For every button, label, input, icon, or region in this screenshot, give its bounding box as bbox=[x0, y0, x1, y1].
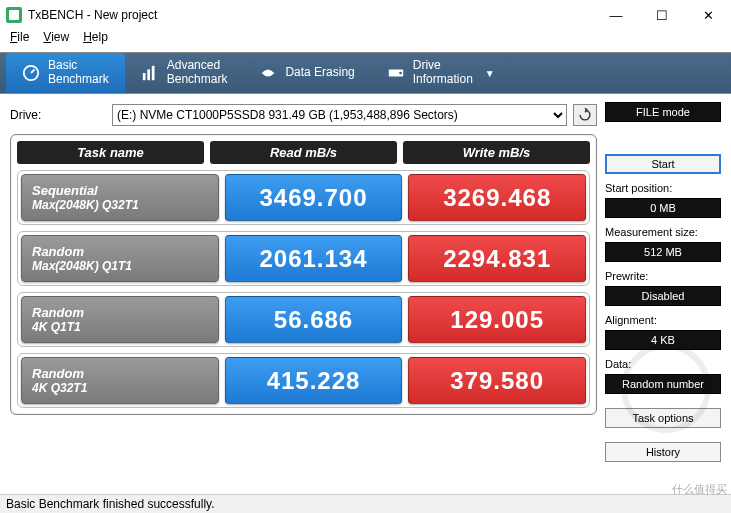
status-bar: Basic Benchmark finished successfully. bbox=[0, 494, 731, 513]
write-value: 2294.831 bbox=[408, 235, 586, 282]
bench-row: RandomMax(2048K) Q1T1 2061.134 2294.831 bbox=[17, 231, 590, 286]
svg-point-8 bbox=[399, 72, 402, 75]
tab-label: BasicBenchmark bbox=[48, 59, 109, 87]
prewrite-label: Prewrite: bbox=[605, 270, 721, 282]
chevron-down-icon: ▼ bbox=[485, 68, 495, 79]
drive-icon bbox=[387, 64, 405, 82]
svg-rect-4 bbox=[143, 73, 146, 80]
read-value: 2061.134 bbox=[225, 235, 403, 282]
header-write: Write mB/s bbox=[403, 141, 590, 164]
write-value: 129.005 bbox=[408, 296, 586, 343]
data-label: Data: bbox=[605, 358, 721, 370]
header-read: Read mB/s bbox=[210, 141, 397, 164]
menu-view[interactable]: View bbox=[43, 30, 69, 50]
minimize-button[interactable]: — bbox=[593, 0, 639, 30]
file-mode-button[interactable]: FILE mode bbox=[605, 102, 721, 122]
svg-rect-5 bbox=[147, 69, 150, 80]
history-button[interactable]: History bbox=[605, 442, 721, 462]
chart-icon bbox=[141, 64, 159, 82]
tab-advanced-benchmark[interactable]: AdvancedBenchmark bbox=[125, 53, 244, 93]
tab-drive-information[interactable]: DriveInformation ▼ bbox=[371, 53, 511, 93]
tab-basic-benchmark[interactable]: BasicBenchmark bbox=[6, 53, 125, 93]
drive-label: Drive: bbox=[10, 108, 106, 122]
tab-label: DriveInformation bbox=[413, 59, 473, 87]
header-task: Task name bbox=[17, 141, 204, 164]
start-position-value[interactable]: 0 MB bbox=[605, 198, 721, 218]
menubar: File View Help bbox=[0, 30, 731, 50]
close-button[interactable]: ✕ bbox=[685, 0, 731, 30]
app-icon bbox=[6, 7, 22, 23]
measurement-size-value[interactable]: 512 MB bbox=[605, 242, 721, 262]
benchmark-panel: Task name Read mB/s Write mB/s Sequentia… bbox=[10, 134, 597, 415]
start-button[interactable]: Start bbox=[605, 154, 721, 174]
prewrite-value[interactable]: Disabled bbox=[605, 286, 721, 306]
menu-help[interactable]: Help bbox=[83, 30, 108, 50]
task-cell[interactable]: SequentialMax(2048K) Q32T1 bbox=[21, 174, 219, 221]
tab-data-erasing[interactable]: Data Erasing bbox=[243, 53, 370, 93]
drive-select[interactable]: (E:) NVMe CT1000P5SSD8 931.49 GB (1,953,… bbox=[112, 104, 567, 126]
task-options-button[interactable]: Task options bbox=[605, 408, 721, 428]
write-value: 379.580 bbox=[408, 357, 586, 404]
read-value: 415.228 bbox=[225, 357, 403, 404]
alignment-value[interactable]: 4 KB bbox=[605, 330, 721, 350]
tab-label: Data Erasing bbox=[285, 66, 354, 80]
start-position-label: Start position: bbox=[605, 182, 721, 194]
titlebar: TxBENCH - New project — ☐ ✕ bbox=[0, 0, 731, 30]
refresh-button[interactable] bbox=[573, 104, 597, 126]
svg-rect-6 bbox=[152, 66, 155, 80]
erase-icon bbox=[259, 64, 277, 82]
refresh-icon bbox=[578, 108, 592, 122]
gauge-icon bbox=[22, 64, 40, 82]
task-cell[interactable]: Random4K Q32T1 bbox=[21, 357, 219, 404]
read-value: 56.686 bbox=[225, 296, 403, 343]
menu-file[interactable]: File bbox=[10, 30, 29, 50]
tabbar: BasicBenchmark AdvancedBenchmark Data Er… bbox=[0, 52, 731, 94]
read-value: 3469.700 bbox=[225, 174, 403, 221]
task-cell[interactable]: Random4K Q1T1 bbox=[21, 296, 219, 343]
alignment-label: Alignment: bbox=[605, 314, 721, 326]
svg-rect-1 bbox=[9, 10, 19, 20]
write-value: 3269.468 bbox=[408, 174, 586, 221]
task-cell[interactable]: RandomMax(2048K) Q1T1 bbox=[21, 235, 219, 282]
window-title: TxBENCH - New project bbox=[28, 8, 593, 22]
measurement-size-label: Measurement size: bbox=[605, 226, 721, 238]
bench-row: Random4K Q32T1 415.228 379.580 bbox=[17, 353, 590, 408]
bench-row: SequentialMax(2048K) Q32T1 3469.700 3269… bbox=[17, 170, 590, 225]
tab-label: AdvancedBenchmark bbox=[167, 59, 228, 87]
data-value[interactable]: Random number bbox=[605, 374, 721, 394]
bench-row: Random4K Q1T1 56.686 129.005 bbox=[17, 292, 590, 347]
svg-line-3 bbox=[31, 69, 35, 73]
maximize-button[interactable]: ☐ bbox=[639, 0, 685, 30]
